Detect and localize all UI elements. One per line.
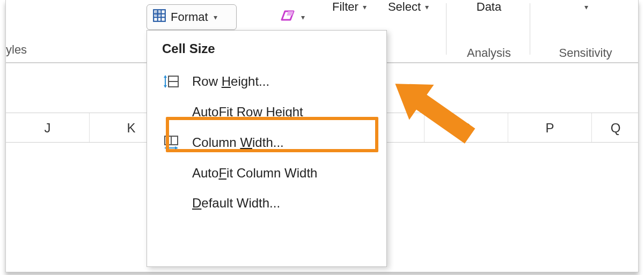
svg-marker-17 xyxy=(175,146,178,150)
chevron-down-icon: ▾ xyxy=(301,13,305,21)
sensitivity-button[interactable]: ▾ Sensitivity xyxy=(535,0,636,63)
sensitivity-group-label: Sensitivity xyxy=(535,46,636,60)
styles-group-label: yles xyxy=(6,43,27,57)
clear-dropdown-button[interactable]: ▾ xyxy=(273,5,311,29)
eraser-icon xyxy=(280,9,296,25)
menu-heading-cell-size: Cell Size xyxy=(147,38,386,66)
column-header[interactable]: J xyxy=(6,113,90,142)
menu-item-column-width[interactable]: Column Width... xyxy=(147,127,386,158)
menu-item-autofit-column-width[interactable]: AutoFit Column Width xyxy=(147,158,386,188)
chevron-down-icon: ▾ xyxy=(584,0,588,14)
svg-marker-11 xyxy=(164,75,167,78)
app-frame: yles Format ▾ xyxy=(5,0,639,272)
row-height-icon xyxy=(162,73,180,90)
format-button-label: Format xyxy=(171,10,208,24)
menu-item-autofit-row-height[interactable]: AutoFit Row Height xyxy=(147,97,386,127)
format-dropdown-button[interactable]: Format ▾ xyxy=(147,4,237,30)
format-dropdown-menu: Cell Size Row Height... AutoFit Row Heig… xyxy=(147,30,387,267)
svg-rect-5 xyxy=(155,11,160,16)
svg-marker-12 xyxy=(164,85,167,88)
chevron-down-icon: ▾ xyxy=(425,0,429,14)
analysis-group-label: Analysis xyxy=(451,46,526,60)
column-width-icon xyxy=(162,135,180,151)
chevron-down-icon: ▾ xyxy=(214,13,217,21)
menu-item-row-height[interactable]: Row Height... xyxy=(147,66,386,97)
select-button[interactable]: Select▾ xyxy=(382,0,435,63)
chevron-down-icon: ▾ xyxy=(363,0,367,14)
column-header[interactable]: O xyxy=(425,113,508,142)
menu-item-default-width[interactable]: Default Width... xyxy=(147,188,386,218)
svg-marker-16 xyxy=(164,146,167,150)
ribbon-separator xyxy=(530,3,530,55)
column-header[interactable]: P xyxy=(508,113,592,142)
ribbon-separator xyxy=(446,3,447,55)
format-icon xyxy=(152,9,166,26)
analyze-data-button[interactable]: Data Analysis xyxy=(451,0,526,63)
column-header[interactable]: Q xyxy=(592,113,639,142)
